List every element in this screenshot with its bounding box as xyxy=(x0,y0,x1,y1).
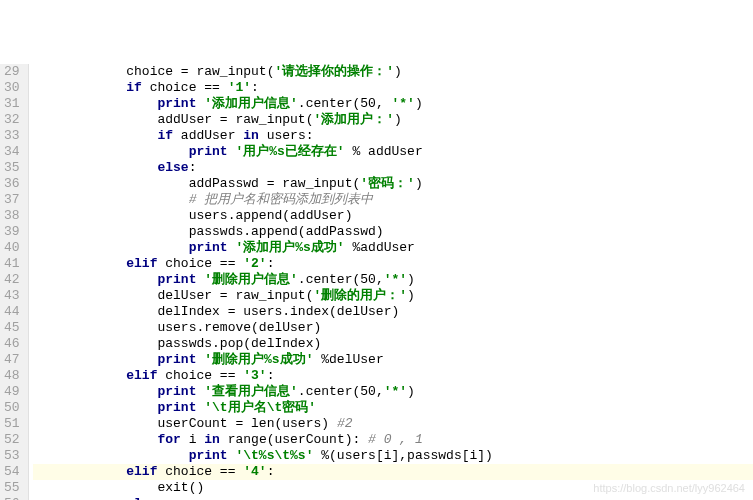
line-number: 47 xyxy=(4,352,20,368)
code-line[interactable]: print '删除用户%s成功' %delUser xyxy=(33,352,753,368)
code-line[interactable]: users.remove(delUser) xyxy=(33,320,753,336)
token-kw: else xyxy=(157,160,188,175)
line-number: 29 xyxy=(4,64,20,80)
code-line[interactable]: delIndex = users.index(delUser) xyxy=(33,304,753,320)
code-line[interactable]: addUser = raw_input('添加用户：') xyxy=(33,112,753,128)
line-number: 54 xyxy=(4,464,20,480)
token: addUser = xyxy=(157,112,235,127)
code-line[interactable]: if choice == '1': xyxy=(33,80,753,96)
code-line[interactable]: elif choice == '2': xyxy=(33,256,753,272)
line-number: 34 xyxy=(4,144,20,160)
token: ) xyxy=(415,176,423,191)
token-kw: print xyxy=(189,448,236,463)
token: () xyxy=(189,480,205,495)
line-number: 42 xyxy=(4,272,20,288)
token-str: '查看用户信息' xyxy=(204,384,298,399)
code-line[interactable]: for i in range(userCount): # 0 , 1 xyxy=(33,432,753,448)
token: 50 xyxy=(360,96,376,111)
code-line[interactable]: elif choice == '4': xyxy=(33,464,753,480)
token: ) xyxy=(407,384,415,399)
code-line[interactable]: print '添加用户%s成功' %addUser xyxy=(33,240,753,256)
code-area[interactable]: choice = raw_input('请选择你的操作：') if choice… xyxy=(29,64,753,500)
code-line[interactable]: users.append(addUser) xyxy=(33,208,753,224)
token-cmt: #2 xyxy=(337,416,353,431)
line-number: 49 xyxy=(4,384,20,400)
token: %delUser xyxy=(313,352,383,367)
line-number: 44 xyxy=(4,304,20,320)
line-number: 40 xyxy=(4,240,20,256)
code-line[interactable]: delUser = raw_input('删除的用户：') xyxy=(33,288,753,304)
token: : xyxy=(157,496,165,500)
code-line[interactable]: print '删除用户信息'.center(50,'*') xyxy=(33,272,753,288)
token: %(users[i],passwds[i]) xyxy=(313,448,492,463)
token-str: '*' xyxy=(384,384,407,399)
line-number: 43 xyxy=(4,288,20,304)
token: delUser = xyxy=(157,288,235,303)
token-kw: elif xyxy=(126,256,165,271)
token-fn: range xyxy=(228,432,267,447)
token: % addUser xyxy=(345,144,423,159)
token: users.append(addUser) xyxy=(189,208,353,223)
code-line[interactable]: passwds.append(addPasswd) xyxy=(33,224,753,240)
token-str: '添加用户：' xyxy=(313,112,394,127)
code-line[interactable]: else: xyxy=(33,496,753,500)
token-kw: else xyxy=(126,496,157,500)
token-str: '*' xyxy=(392,96,415,111)
token-str: '用户%s已经存在' xyxy=(235,144,344,159)
token-kw: print xyxy=(157,272,204,287)
code-line[interactable]: elif choice == '3': xyxy=(33,368,753,384)
token: choice == xyxy=(165,464,243,479)
token-kw: elif xyxy=(126,368,165,383)
token-fn: raw_input xyxy=(235,288,305,303)
line-number: 35 xyxy=(4,160,20,176)
code-line[interactable]: else: xyxy=(33,160,753,176)
token-str: '添加用户信息' xyxy=(204,96,298,111)
token: (users) xyxy=(274,416,336,431)
token-kw: if xyxy=(126,80,149,95)
code-line[interactable]: addPasswd = raw_input('密码：') xyxy=(33,176,753,192)
token-kw: for xyxy=(157,432,188,447)
line-number: 53 xyxy=(4,448,20,464)
token-str: '\t用户名\t密码' xyxy=(204,400,316,415)
token-str: '删除用户%s成功' xyxy=(204,352,313,367)
token: addPasswd = xyxy=(189,176,283,191)
token-str: '*' xyxy=(384,272,407,287)
token-kw: print xyxy=(157,352,204,367)
watermark-text: https://blog.csdn.net/lyy962464 xyxy=(593,480,745,496)
line-number: 56 xyxy=(4,496,20,500)
code-line[interactable]: print '添加用户信息'.center(50, '*') xyxy=(33,96,753,112)
code-line[interactable]: print '用户%s已经存在' % addUser xyxy=(33,144,753,160)
token: 50 xyxy=(360,272,376,287)
code-line[interactable]: userCount = len(users) #2 xyxy=(33,416,753,432)
token-str: '3' xyxy=(243,368,266,383)
line-number: 30 xyxy=(4,80,20,96)
line-number: 31 xyxy=(4,96,20,112)
token: ) xyxy=(415,96,423,111)
token: addUser xyxy=(181,128,243,143)
token-kw: print xyxy=(189,144,236,159)
token: .center( xyxy=(298,272,360,287)
token: : xyxy=(267,368,275,383)
code-line[interactable]: passwds.pop(delIndex) xyxy=(33,336,753,352)
token-fn: len xyxy=(251,416,274,431)
code-line[interactable]: # 把用户名和密码添加到列表中 xyxy=(33,192,753,208)
token: : xyxy=(251,80,259,95)
token: , xyxy=(376,272,384,287)
token-fn: raw_input xyxy=(196,64,266,79)
code-line[interactable]: print '\t用户名\t密码' xyxy=(33,400,753,416)
code-editor[interactable]: 2930313233343536373839404142434445464748… xyxy=(0,64,753,500)
token-str: '4' xyxy=(243,464,266,479)
code-line[interactable]: print '\t%s\t%s' %(users[i],passwds[i]) xyxy=(33,448,753,464)
line-number-gutter: 2930313233343536373839404142434445464748… xyxy=(0,64,29,500)
token: ) xyxy=(394,64,402,79)
token: passwds.append(addPasswd) xyxy=(189,224,384,239)
token: ) xyxy=(407,288,415,303)
code-line[interactable]: if addUser in users: xyxy=(33,128,753,144)
token: ) xyxy=(394,112,402,127)
code-line[interactable]: print '查看用户信息'.center(50,'*') xyxy=(33,384,753,400)
token-cmt: # 0 , 1 xyxy=(368,432,423,447)
token: users.remove(delUser) xyxy=(157,320,321,335)
token: users: xyxy=(267,128,314,143)
code-line[interactable]: choice = raw_input('请选择你的操作：') xyxy=(33,64,753,80)
line-number: 33 xyxy=(4,128,20,144)
